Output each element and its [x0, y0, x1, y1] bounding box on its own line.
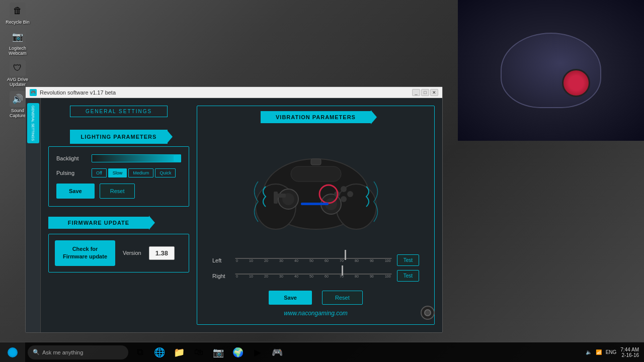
svg-rect-16	[311, 159, 321, 165]
pulse-quick-button[interactable]: Quick	[155, 168, 176, 177]
backlight-row: Backlight	[56, 154, 181, 162]
pulse-medium-button[interactable]: Medium	[128, 168, 153, 177]
right-slider-scale: 0102030405060708090100	[235, 275, 392, 278]
taskbar-right: 🔈 📶 ENG 7:44 AM 2-16-16	[586, 347, 644, 358]
taskbar: 🔍 Ask me anything ⧉ 🌐 📁 🛍 📷 🌍 ▶ 🎮 🔈 📶 EN…	[0, 342, 644, 362]
taskbar-apps: ⧉ 🌐 📁 🛍 📷 🌍 ▶ 🎮	[131, 343, 286, 361]
recycle-icon: 🗑	[10, 3, 26, 19]
taskbar-app-media[interactable]: ▶	[249, 343, 267, 361]
sound-icon: 🔊	[10, 91, 26, 107]
network-icon: 📶	[596, 349, 602, 355]
vibration-actions: Save Reset	[202, 288, 429, 307]
taskbar-search[interactable]: 🔍 Ask me anything	[28, 345, 128, 359]
pulse-slow-button[interactable]: Slow	[108, 168, 127, 177]
right-vibration-row: Right 0102030405060708090100 Test	[212, 270, 419, 282]
firmware-update-header-button[interactable]: FIRMWARE UPDATE	[48, 217, 149, 229]
left-vib-label: Left	[212, 257, 230, 263]
pulse-off-button[interactable]: Off	[92, 168, 107, 177]
avg-icon: 🛡	[10, 60, 26, 76]
desktop-icon-avg[interactable]: 🛡 AVG Drive Updater	[3, 60, 33, 87]
taskbar-app-task-view[interactable]: ⧉	[131, 343, 149, 361]
lighting-save-button[interactable]: Save	[56, 184, 95, 199]
webcam-inner	[458, 0, 644, 141]
vibration-reset-button[interactable]: Reset	[322, 291, 363, 305]
left-slider-scale: 0102030405060708090100	[235, 259, 392, 262]
pulsing-label: Pulsing	[56, 170, 87, 176]
right-test-button[interactable]: Test	[397, 270, 419, 282]
taskbar-app-ie[interactable]: 🌐	[150, 343, 169, 361]
lighting-actions: Save Reset	[56, 184, 181, 199]
app-window: 🎮 Revolution software v1.17 beta _ □ ✕ G…	[25, 86, 443, 333]
webcam-controller-image	[501, 33, 601, 108]
website-text: www.nacongaming.com	[202, 307, 429, 319]
pulsing-row: Pulsing Off Slow Medium Quick	[56, 168, 181, 177]
left-slider-thumb	[345, 250, 346, 260]
right-slider-thumb	[342, 265, 343, 276]
lighting-section: LIGHTING PARAMETERS Backlight	[48, 130, 189, 207]
left-panel: GENERAL SETTINGS LIGHTING PARAMETERS Bac…	[48, 106, 189, 325]
check-firmware-button[interactable]: Check for Firmware update	[55, 240, 115, 266]
desktop-icon-recycle[interactable]: 🗑 Recycle Bin	[3, 3, 33, 25]
svg-rect-15	[301, 203, 329, 205]
app-content: General Settings GENERAL SETTINGS LIGHTI…	[26, 98, 442, 332]
search-icon: 🔍	[33, 349, 40, 355]
avg-label: AVG Drive Updater	[3, 77, 33, 87]
backlight-label: Backlight	[56, 155, 87, 161]
time-display: 7:44 AM	[620, 347, 639, 352]
desktop-icon-logitech[interactable]: 📷 Logitech Webcam	[3, 29, 33, 56]
top-area: GENERAL SETTINGS	[48, 106, 189, 117]
sidebar-tab-label: General Settings	[31, 106, 35, 141]
taskbar-app-explorer[interactable]: 📁	[170, 343, 188, 361]
vibration-parameters-button[interactable]: VIBRATION PARAMETERS	[261, 111, 371, 123]
firmware-section: FIRMWARE UPDATE Check for Firmware updat…	[48, 217, 189, 273]
lighting-parameters-button[interactable]: LIGHTING PARAMETERS	[70, 130, 168, 144]
firmware-content: Check for Firmware update Version 1.38	[48, 234, 189, 273]
app-title: Revolution software v1.17 beta	[40, 89, 116, 96]
version-label: Version	[123, 250, 141, 256]
right-panel: VIBRATION PARAMETERS	[197, 106, 435, 325]
sidebar-tab-general[interactable]: General Settings	[27, 103, 39, 143]
controller-area	[202, 128, 429, 252]
svg-rect-9	[274, 194, 286, 198]
firmware-header: FIRMWARE UPDATE	[48, 217, 189, 229]
lighting-panel: Backlight Pulsing Off Slow	[48, 146, 189, 207]
lighting-reset-button[interactable]: Reset	[100, 184, 135, 199]
logitech-icon: 📷	[10, 29, 26, 45]
svg-point-11	[347, 191, 353, 197]
svg-point-13	[341, 196, 347, 202]
minimize-button[interactable]: _	[412, 89, 420, 96]
close-button[interactable]: ✕	[430, 89, 438, 96]
lighting-header: LIGHTING PARAMETERS	[48, 130, 189, 144]
windows-icon	[8, 347, 18, 357]
version-value: 1.38	[149, 246, 175, 260]
pulsing-group: Off Slow Medium Quick	[92, 168, 176, 177]
taskbar-app-photos[interactable]: 📷	[209, 343, 227, 361]
right-vibration-slider[interactable]	[235, 274, 392, 275]
left-test-button[interactable]: Test	[397, 254, 419, 266]
title-bar: 🎮 Revolution software v1.17 beta _ □ ✕	[26, 87, 442, 98]
recycle-label: Recycle Bin	[6, 20, 30, 25]
general-settings-button[interactable]: GENERAL SETTINGS	[70, 106, 168, 117]
backlight-slider[interactable]	[92, 154, 181, 162]
backlight-thumb	[174, 155, 180, 161]
taskbar-clock: 7:44 AM 2-16-16	[620, 347, 639, 358]
title-bar-controls: _ □ ✕	[412, 89, 438, 96]
desktop: 🗑 Recycle Bin 📷 Logitech Webcam 🛡 AVG Dr…	[0, 0, 644, 362]
language-indicator: ENG	[606, 349, 617, 355]
search-placeholder: Ask me anything	[42, 349, 83, 355]
taskbar-app-chrome[interactable]: 🌍	[229, 343, 247, 361]
record-button[interactable]	[421, 306, 435, 320]
date-display: 2-16-16	[622, 352, 639, 358]
right-vib-label: Right	[212, 273, 230, 279]
taskbar-app-gamepad[interactable]: 🎮	[268, 343, 286, 361]
maximize-button[interactable]: □	[421, 89, 429, 96]
start-button[interactable]	[0, 342, 25, 363]
app-icon: 🎮	[30, 89, 37, 96]
left-vibration-slider[interactable]	[235, 258, 392, 259]
left-vibration-row: Left 0102030405060708090100 Test	[212, 254, 419, 266]
main-area: GENERAL SETTINGS LIGHTING PARAMETERS Bac…	[41, 98, 442, 332]
vibration-save-button[interactable]: Save	[269, 291, 312, 305]
notification-icon: 🔈	[586, 349, 592, 355]
taskbar-app-store[interactable]: 🛍	[190, 343, 208, 361]
controller-svg	[251, 146, 381, 234]
